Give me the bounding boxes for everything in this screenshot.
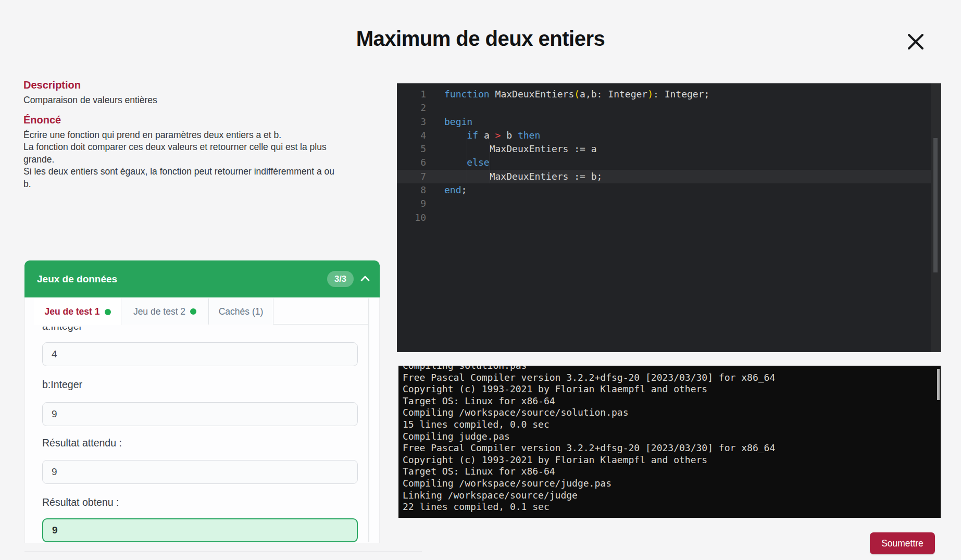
tab-cach-s-1-[interactable]: Cachés (1) [209,298,273,325]
tab-label: Cachés (1) [219,306,264,317]
status-dot-icon [190,308,196,315]
code-text [426,211,444,225]
code-line: 5 MaxDeuxEntiers := a [397,142,941,156]
submit-button[interactable]: Soumettre [870,532,935,554]
code-line: 3begin [397,115,941,129]
line-number: 9 [397,197,426,210]
tab-label: Jeu de test 2 [133,306,185,317]
code-text: MaxDeuxEntiers := a [426,142,597,156]
terminal-line: Compiling /workspace/source/judge.pas [403,478,941,490]
code-line: 6 else [397,156,941,169]
line-number: 2 [397,101,426,115]
terminal-line: 22 lines compiled, 0.1 sec [403,501,941,513]
terminal-line: Free Pascal Compiler version 3.2.2+dfsg-… [403,442,941,454]
compiler-output-terminal[interactable]: Compiling solution.pasFree Pascal Compil… [398,366,941,518]
field-label: b:Integer [42,379,368,391]
page-title: Maximum de deux entiers [0,27,961,51]
terminal-line: Compiling judge.pas [403,431,941,443]
field-label: Résultat obtenu : [42,496,368,508]
field-input-b-integer[interactable] [42,402,358,426]
terminal-line: Copyright (c) 1993-2021 by Florian Klaem… [403,454,941,466]
description-heading: Description [23,79,388,91]
terminal-line: Target OS: Linux for x86-64 [403,466,941,478]
code-text: function MaxDeuxEntiers(a,b: Integer): I… [426,88,709,101]
terminal-line: Linking /workspace/source/judge [403,490,941,502]
code-text: else [426,156,490,169]
field-input-a-integer[interactable] [42,342,358,366]
line-number: 3 [397,115,426,129]
terminal-line: 15 lines compiled, 0.0 sec [403,419,941,431]
datasets-header[interactable]: Jeux de données 3/3 [24,260,380,297]
close-button[interactable] [904,30,927,53]
terminal-line: Compiling /workspace/source/solution.pas [403,407,941,419]
code-editor[interactable]: 1function MaxDeuxEntiers(a,b: Integer): … [397,83,941,352]
code-text [426,197,444,210]
editor-scrollbar-thumb[interactable] [933,138,938,272]
field-input-r-sultat-obtenu[interactable] [42,518,358,542]
tab-label: Jeu de test 1 [44,306,99,317]
close-icon [904,47,927,55]
code-line: 10 [397,211,941,225]
code-text: MaxDeuxEntiers := b; [426,170,602,183]
datasets-card: Jeu de test 1Jeu de test 2Cachés (1) a:I… [24,297,380,543]
problem-panel: Description Comparaison de valeurs entiè… [23,79,388,197]
test-fields-area: a:Integerb:IntegerRésultat attendu :Résu… [25,327,368,543]
field-input-r-sultat-attendu[interactable] [42,460,358,484]
terminal-line: Target OS: Linux for x86-64 [403,395,941,407]
code-line: 7 MaxDeuxEntiers := b; [397,170,941,183]
tab-jeu-de-test-2[interactable]: Jeu de test 2 [121,298,209,325]
enonce-text: Écrire une fonction qui prend en paramèt… [23,129,388,191]
code-line: 4 if a > b then [397,129,941,142]
divider [24,551,422,552]
code-text: if a > b then [426,129,540,142]
description-text: Comparaison de valeurs entières [23,94,388,107]
terminal-scrollbar-thumb[interactable] [937,369,940,400]
code-line: 1function MaxDeuxEntiers(a,b: Integer): … [397,88,941,101]
terminal-line: Compiling solution.pas [403,366,941,372]
line-number: 8 [397,183,426,197]
line-number: 10 [397,211,426,225]
status-dot-icon [105,309,111,315]
fields-scrollbar[interactable] [368,298,369,542]
line-number: 4 [397,129,426,142]
line-number: 1 [397,88,426,101]
code-text: begin [426,115,472,129]
tab-jeu-de-test-1[interactable]: Jeu de test 1 [34,298,121,325]
line-number: 5 [397,142,426,156]
dataset-tabs: Jeu de test 1Jeu de test 2Cachés (1) [34,298,368,325]
code-line: 8end; [397,183,941,197]
code-line: 2 [397,101,941,115]
line-number: 7 [397,170,426,183]
field-label: Résultat attendu : [42,437,368,449]
datasets-title: Jeux de données [37,273,327,285]
terminal-line: Copyright (c) 1993-2021 by Florian Klaem… [403,383,941,395]
indent-guide [490,142,490,183]
indent-guide [467,129,467,183]
code-line: 9 [397,197,941,210]
chevron-up-icon[interactable] [360,275,370,284]
terminal-line: Free Pascal Compiler version 3.2.2+dfsg-… [403,372,941,384]
datasets-score-badge: 3/3 [327,271,354,287]
code-text: end; [426,183,467,197]
line-number: 6 [397,156,426,169]
field-label: a:Integer [42,327,368,332]
code-text [426,101,444,115]
enonce-heading: Énoncé [23,114,388,126]
